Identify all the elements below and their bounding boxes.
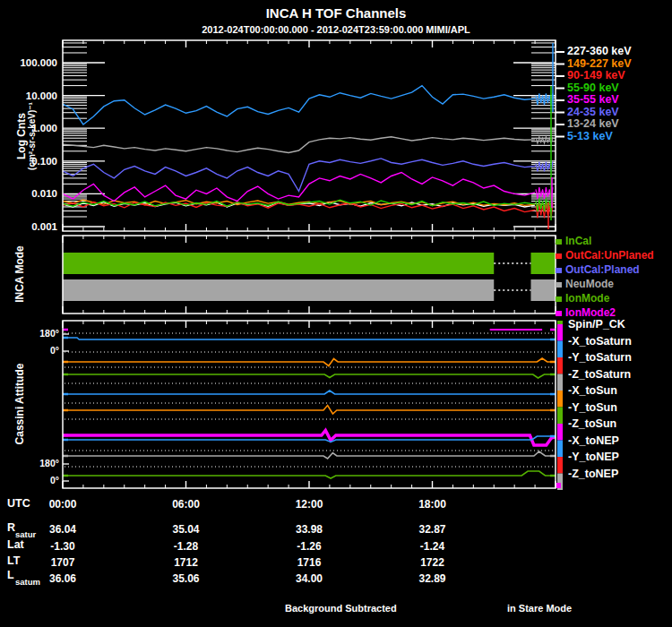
table-value-r3-c2: 34.00 xyxy=(269,573,349,585)
ytick-label-1: 10.000 xyxy=(4,90,57,101)
utc-tick-0600: 06:00 xyxy=(146,499,227,511)
legend-mode-IonMode2: IonMode2 xyxy=(565,307,616,319)
legend-attitude--X-toSaturn: -X_toSaturn xyxy=(568,336,632,348)
attitude-ytick-3: 0° xyxy=(23,476,59,485)
ytick-label-4: 0.010 xyxy=(4,188,57,199)
row-label-R: R xyxy=(7,522,15,534)
legend-mode-InCal: InCal xyxy=(565,236,591,247)
legend-tof-24-35-keV: 24-35 keV xyxy=(567,107,619,118)
table-value-r2-c0: 1707 xyxy=(22,557,103,569)
footer-background-subtracted: Background Subtracted xyxy=(285,604,397,614)
table-value-r2-c3: 1722 xyxy=(392,557,473,569)
legend-tof-35-55-keV: 35-55 keV xyxy=(567,94,619,106)
ytick-label-3: 0.100 xyxy=(4,156,57,167)
table-value-r3-c1: 35.06 xyxy=(146,573,227,585)
ytick-label-5: 0.001 xyxy=(4,221,57,232)
table-value-r0-c1: 35.04 xyxy=(146,524,227,536)
legend-tof-55-90-keV: 55-90 keV xyxy=(567,82,619,94)
legend-mode-OutCal-UnPlaned: OutCal:UnPlaned xyxy=(565,250,654,262)
time-range-subtitle: 2012-024T00:00:00.000 - 2012-024T23:59:0… xyxy=(0,25,672,36)
attitude-ytick-1: 0° xyxy=(23,346,59,356)
legend-attitude--X-toNEP: -X_toNEP xyxy=(568,435,619,447)
page-title: INCA H TOF Channels xyxy=(0,6,672,21)
table-value-r1-c1: -1.28 xyxy=(146,541,227,553)
legend-tof-13-24-keV: 13-24 keV xyxy=(567,118,619,130)
utc-tick-1200: 12:00 xyxy=(269,499,349,511)
table-value-r1-c3: -1.24 xyxy=(392,541,473,553)
legend-tof-5-13-keV: 5-13 keV xyxy=(567,131,613,142)
legend-attitude--Y-toNEP: -Y_toNEP xyxy=(568,451,619,463)
legend-tof-149-227-keV: 149-227 keV xyxy=(567,58,632,70)
legend-mode-IonMode: IonMode xyxy=(565,293,609,305)
attitude-ytick-0: 180° xyxy=(23,329,59,339)
utc-tick-1800: 18:00 xyxy=(392,499,473,511)
table-value-r0-c3: 32.87 xyxy=(392,524,473,536)
legend-tof-90-149-keV: 90-149 keV xyxy=(567,70,625,82)
row-label-L: L xyxy=(7,570,14,581)
attitude-panel-label: Cassini Attitude xyxy=(14,364,26,445)
legend-attitude--Y-toSun: -Y_toSun xyxy=(568,402,617,414)
table-value-r2-c2: 1716 xyxy=(269,557,349,569)
ytick-label-2: 1.000 xyxy=(4,123,57,133)
legend-tof-227-360-keV: 227-360 keV xyxy=(567,46,632,57)
mode-panel-label: INCA Mode xyxy=(14,245,26,303)
legend-mode-NeuMode: NeuMode xyxy=(565,279,614,290)
row-label-Lat: Lat xyxy=(7,539,24,551)
table-value-r3-c0: 36.06 xyxy=(22,573,103,585)
legend-mode-OutCal-Planed: OutCal:Planed xyxy=(565,264,640,276)
utc-tick-0000: 00:00 xyxy=(22,499,103,511)
table-value-r0-c2: 33.98 xyxy=(269,524,349,536)
table-value-r1-c0: -1.30 xyxy=(22,541,103,553)
legend-attitude--Z-toNEP: -Z_toNEP xyxy=(568,468,618,480)
ytick-label-0: 100.000 xyxy=(4,57,57,68)
row-label-LT: LT xyxy=(7,555,20,567)
legend-attitude--Y-toSaturn: -Y_toSaturn xyxy=(568,352,632,364)
legend-attitude--Z-toSaturn: -Z_toSaturn xyxy=(568,369,631,381)
inca-tof-plot-window: { "title": "INCA H TOF Channels", "subti… xyxy=(0,0,672,627)
table-value-r1-c2: -1.26 xyxy=(269,541,349,553)
attitude-ytick-2: 180° xyxy=(23,459,59,468)
legend-attitude--X-toSun: -X_toSun xyxy=(568,385,617,397)
footer-stare-mode: in Stare Mode xyxy=(507,604,572,614)
legend-attitude--Z-toSun: -Z_toSun xyxy=(568,418,616,430)
table-value-r0-c0: 36.04 xyxy=(22,524,103,536)
table-value-r3-c3: 32.89 xyxy=(392,573,473,585)
legend-attitude-Spin-P-CK: Spin/P_CK xyxy=(568,319,625,331)
table-value-r2-c1: 1712 xyxy=(146,557,227,569)
